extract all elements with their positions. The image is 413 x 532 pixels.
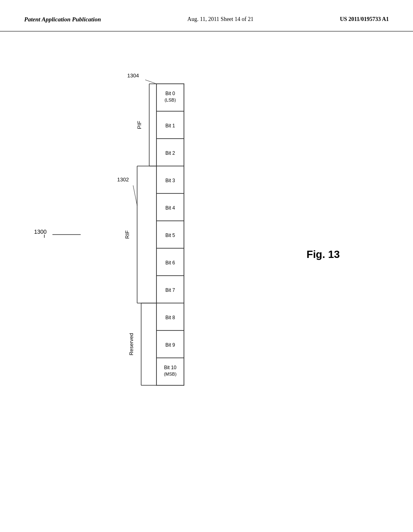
label-1302: 1302 (117, 177, 129, 183)
figure-label: Fig. 13 (307, 248, 340, 260)
bit9-label: Bit 9 (165, 342, 175, 348)
svg-line-19 (133, 185, 137, 206)
publication-label: Patent Application Publication (24, 16, 101, 23)
bit6-label: Bit 6 (165, 260, 175, 266)
pif-label: PIF (136, 121, 142, 129)
bit3-label: Bit 3 (165, 178, 175, 183)
label-1304: 1304 (127, 73, 139, 79)
bit5-label: Bit 5 (165, 233, 175, 238)
rif-label: RIF (124, 230, 130, 239)
sheet-info: Aug. 11, 2011 Sheet 14 of 21 (188, 16, 254, 23)
bit7-label: Bit 7 (165, 287, 175, 293)
bit0-sublabel: (LSB) (165, 98, 176, 102)
bit4-label: Bit 4 (165, 205, 175, 211)
bit0-label: Bit 0 (165, 91, 175, 96)
bit2-label: Bit 2 (165, 150, 175, 156)
bit10-label: Bit 10 (164, 365, 177, 370)
bit1-label: Bit 1 (165, 123, 175, 129)
bit10-sublabel: (MSB) (164, 372, 176, 376)
patent-number: US 2011/0195733 A1 (340, 16, 389, 23)
bit8-label: Bit 8 (165, 315, 175, 320)
reserved-label: Reserved (128, 333, 134, 355)
page-header: Patent Application Publication Aug. 11, … (0, 0, 413, 31)
svg-line-15 (145, 80, 156, 84)
label-1300: 1300 (34, 229, 46, 235)
figure-diagram: Bit 0 (LSB) Bit 1 Bit 2 Bit 3 Bit 4 Bit … (0, 32, 413, 524)
